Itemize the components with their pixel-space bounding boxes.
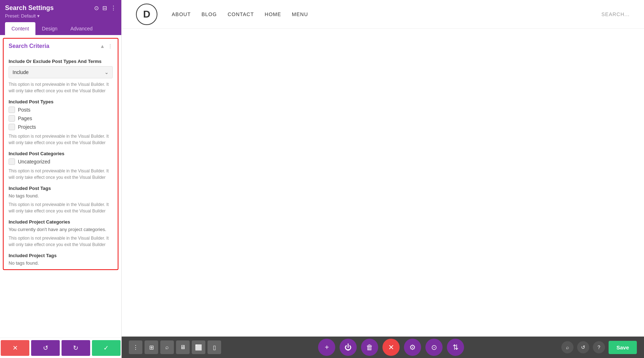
more-icon[interactable]: ⋮ <box>111 5 116 11</box>
tab-content[interactable]: Content <box>5 22 35 35</box>
included-post-types-label: Included Post Types <box>9 99 113 104</box>
tabs-row: Content Design Advanced <box>5 22 116 35</box>
panel-footer: ✕ ↺ ↻ ✓ <box>0 338 121 358</box>
more-options-button[interactable]: ⋮ <box>129 340 142 354</box>
confirm-button[interactable]: ✓ <box>92 340 121 356</box>
panel-header-icons: ⊙ ⊟ ⋮ <box>94 5 116 11</box>
bottom-toolbar: ⋮ ⊞ ⌕ 🖥 ⬜ ▯ + ⏻ 🗑 ✕ ⚙ ⊙ ⇅ ⌕ ↺ ? Save <box>122 337 644 358</box>
layout-icon[interactable]: ⊟ <box>102 5 107 11</box>
section-title: Search Criteria <box>9 43 49 49</box>
panel-title: Search Settings <box>5 4 54 12</box>
toolbar-left: ⋮ ⊞ ⌕ 🖥 ⬜ ▯ <box>129 340 221 354</box>
checkbox-posts[interactable]: Posts <box>9 107 113 113</box>
nav-search[interactable]: SEARCH... <box>601 11 630 17</box>
helper-text-1: This option is not previewable in the Vi… <box>9 81 113 94</box>
checkbox-uncategorized-label: Uncategorized <box>18 159 50 165</box>
undo-button[interactable]: ↺ <box>31 340 60 356</box>
toolbar-center: + ⏻ 🗑 ✕ ⚙ ⊙ ⇅ <box>318 339 464 356</box>
checkbox-projects-label: Projects <box>18 124 36 130</box>
preset-row[interactable]: Preset: Default ▾ <box>5 13 116 19</box>
section-menu-icon[interactable]: ⋮ <box>108 43 113 49</box>
logo-letter: D <box>143 9 150 20</box>
include-exclude-select-wrapper: Include Exclude ⌄ <box>9 66 113 78</box>
checkbox-projects[interactable]: Projects <box>9 124 113 130</box>
refresh-button[interactable]: ↺ <box>577 341 589 353</box>
nav-link-menu[interactable]: MENU <box>292 11 308 17</box>
settings-icon[interactable]: ⊙ <box>94 5 99 11</box>
gear-button[interactable]: ⚙ <box>404 339 421 356</box>
nav-link-about[interactable]: ABOUT <box>172 11 191 17</box>
checkbox-posts-box <box>9 107 15 113</box>
add-button[interactable]: + <box>318 339 335 356</box>
search-button[interactable]: ⌕ <box>160 340 174 354</box>
checkbox-posts-label: Posts <box>18 107 30 113</box>
nav-links: ABOUT BLOG CONTACT HOME MENU <box>172 11 308 17</box>
included-project-tags-label: Included Project Tags <box>9 253 113 258</box>
nav-link-contact[interactable]: CONTACT <box>228 11 254 17</box>
zoom-search-button[interactable]: ⌕ <box>561 341 574 353</box>
close-button[interactable]: ✕ <box>382 339 400 356</box>
included-project-categories-label: Included Project Categories <box>9 219 113 225</box>
power-button[interactable]: ⏻ <box>340 339 357 356</box>
toolbar-right: ⌕ ↺ ? Save <box>561 341 637 354</box>
desktop-button[interactable]: 🖥 <box>176 340 190 354</box>
include-exclude-label: Include Or Exclude Post Types And Terms <box>9 59 113 64</box>
checkbox-uncategorized[interactable]: Uncategorized <box>9 158 113 165</box>
section-header: Search Criteria ▲ ⋮ <box>4 39 118 54</box>
search-criteria-section: Search Criteria ▲ ⋮ Include Or Exclude P… <box>3 38 118 270</box>
section-header-icons: ▲ ⋮ <box>100 43 113 49</box>
help-button[interactable]: ? <box>593 341 605 353</box>
preset-arrow: ▾ <box>37 13 40 19</box>
left-panel: Search Settings ⊙ ⊟ ⋮ Preset: Default ▾ … <box>0 0 122 358</box>
save-button[interactable]: Save <box>609 341 637 354</box>
no-project-tags-text: No tags found. <box>9 260 113 266</box>
helper-text-4: This option is not previewable in the Vi… <box>9 201 113 214</box>
checkbox-uncategorized-box <box>9 158 15 165</box>
top-nav: D ABOUT BLOG CONTACT HOME MENU SEARCH... <box>122 0 644 29</box>
trash-button[interactable]: 🗑 <box>361 339 378 356</box>
panel-body: Search Criteria ▲ ⋮ Include Or Exclude P… <box>0 35 121 338</box>
preset-label: Preset: Default <box>5 13 36 19</box>
include-exclude-select[interactable]: Include Exclude <box>9 67 112 78</box>
helper-text-2: This option is not previewable in the Vi… <box>9 133 113 146</box>
tab-advanced[interactable]: Advanced <box>64 22 99 35</box>
redo-button[interactable]: ↻ <box>62 340 90 356</box>
canvas-area <box>122 29 644 337</box>
checkbox-pages-label: Pages <box>18 116 32 121</box>
included-post-tags-label: Included Post Tags <box>9 186 113 191</box>
no-project-categories-text: You currently don't have any project cat… <box>9 227 113 232</box>
sort-button[interactable]: ⇅ <box>447 339 464 356</box>
collapse-icon[interactable]: ▲ <box>100 43 105 49</box>
main-content: D ABOUT BLOG CONTACT HOME MENU SEARCH...… <box>122 0 644 358</box>
history-button[interactable]: ⊙ <box>425 339 443 356</box>
no-tags-text: No tags found. <box>9 193 113 198</box>
nav-link-blog[interactable]: BLOG <box>201 11 217 17</box>
grid-button[interactable]: ⊞ <box>145 340 158 354</box>
helper-text-5: This option is not previewable in the Vi… <box>9 235 113 248</box>
section-content: Include Or Exclude Post Types And Terms … <box>4 54 118 269</box>
checkbox-pages[interactable]: Pages <box>9 115 113 122</box>
panel-header: Search Settings ⊙ ⊟ ⋮ Preset: Default ▾ … <box>0 0 121 35</box>
checkbox-pages-box <box>9 115 15 122</box>
included-post-categories-label: Included Post Categories <box>9 151 113 156</box>
helper-text-3: This option is not previewable in the Vi… <box>9 168 113 181</box>
cancel-button[interactable]: ✕ <box>1 340 29 356</box>
checkbox-projects-box <box>9 124 15 130</box>
mobile-button[interactable]: ▯ <box>208 340 221 354</box>
nav-link-home[interactable]: HOME <box>265 11 281 17</box>
logo-circle: D <box>136 4 157 25</box>
tablet-button[interactable]: ⬜ <box>192 340 205 354</box>
tab-design[interactable]: Design <box>35 22 64 35</box>
